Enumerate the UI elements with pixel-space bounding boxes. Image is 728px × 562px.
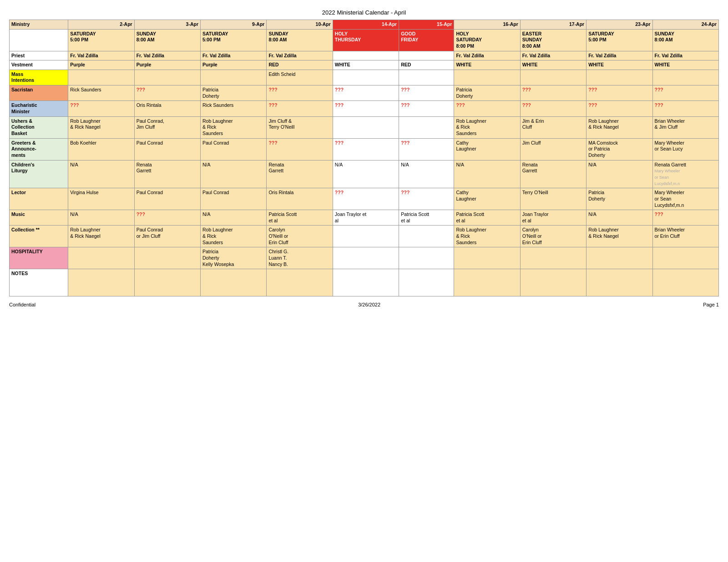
- col-header-9apr: 9-Apr: [201, 20, 267, 30]
- page-title: 2022 Ministerial Calendar - April: [9, 9, 719, 16]
- hospitality-23apr: [586, 247, 652, 269]
- notes-23apr: [586, 269, 652, 296]
- childrens-10apr: RenataGarrett: [267, 160, 333, 188]
- hospitality-24apr: [652, 247, 718, 269]
- service-15apr: GOODFRIDAY: [399, 29, 454, 51]
- lector-10apr: Oris Rintala: [267, 188, 333, 210]
- hospitality-15apr: [399, 247, 454, 269]
- priest-10apr: Fr. Val Zdilla: [267, 51, 333, 60]
- mass-16apr: [454, 70, 520, 85]
- eucharistic-2apr: ???: [68, 101, 134, 116]
- vestment-3apr: Purple: [134, 60, 200, 70]
- service-24apr: SUNDAY8:00 AM: [652, 29, 718, 51]
- greeters-15apr: ???: [399, 138, 454, 160]
- row-hospitality: HOSPITALITY PatriciaDohertyKelly Wosepka…: [10, 247, 719, 269]
- collection-24apr: Brian Wheeleror Erin Cluff: [652, 226, 718, 247]
- priest-15apr: [399, 51, 454, 60]
- ministry-label-hospitality: HOSPITALITY: [10, 247, 68, 269]
- lector-17apr: Terry O'Neill: [520, 188, 586, 210]
- ministry-label-mass: MassIntentions: [10, 70, 68, 85]
- priest-14apr: [333, 51, 399, 60]
- music-3apr: ???: [134, 210, 200, 226]
- collection-14apr: [333, 226, 399, 247]
- ushers-2apr: Rob Laughner& Rick Naegel: [68, 116, 134, 138]
- notes-17apr: [520, 269, 586, 296]
- col-header-2apr: 2-Apr: [68, 20, 134, 30]
- collection-23apr: Rob Laughner& Rick Naegel: [586, 226, 652, 247]
- priest-3apr: Fr. Val Zdilla: [134, 51, 200, 60]
- collection-16apr: Rob Laughner& RickSaunders: [454, 226, 520, 247]
- music-2apr: N/A: [68, 210, 134, 226]
- music-15apr: Patricia Scottet al: [399, 210, 454, 226]
- ministry-label-collection: Collection **: [10, 226, 68, 247]
- collection-15apr: [399, 226, 454, 247]
- sacristan-23apr: ???: [586, 85, 652, 101]
- greeters-3apr: Paul Conrad: [134, 138, 200, 160]
- sacristan-3apr: ???: [134, 85, 200, 101]
- service-14apr: HOLYTHURSDAY: [333, 29, 399, 51]
- childrens-15apr: N/A: [399, 160, 454, 188]
- lector-2apr: Virgina Hulse: [68, 188, 134, 210]
- row-collection: Collection ** Rob Laughner& Rick Naegel …: [10, 226, 719, 247]
- sacristan-2apr: Rick Saunders: [68, 85, 134, 101]
- collection-17apr: CarolynO'Neill orErin Cluff: [520, 226, 586, 247]
- col-header-16apr: 16-Apr: [454, 20, 520, 30]
- collection-3apr: Paul Conrador Jim Cluff: [134, 226, 200, 247]
- greeters-23apr: MA Comstockor PatriciaDoherty: [586, 138, 652, 160]
- vestment-2apr: Purple: [68, 60, 134, 70]
- ushers-16apr: Rob Laughner& RickSaunders: [454, 116, 520, 138]
- priest-9apr: Fr. Val Zdilla: [201, 51, 267, 60]
- sacristan-15apr: ???: [399, 85, 454, 101]
- ministry-label-vestment: Vestment: [10, 60, 68, 70]
- childrens-23apr: N/A: [586, 160, 652, 188]
- eucharistic-23apr: ???: [586, 101, 652, 116]
- col-header-23apr: 23-Apr: [586, 20, 652, 30]
- sacristan-14apr: ???: [333, 85, 399, 101]
- hospitality-10apr: Christl G.Luann T.Nancy B.: [267, 247, 333, 269]
- row-childrens: Children'sLiturgy N/A RenataGarrett N/A …: [10, 160, 719, 188]
- mass-10apr: Edith Scheid: [267, 70, 333, 85]
- collection-2apr: Rob Laughner& Rick Naegel: [68, 226, 134, 247]
- lector-9apr: Paul Conrad: [201, 188, 267, 210]
- priest-2apr: Fr. Val Zdilla: [68, 51, 134, 60]
- music-10apr: Patricia Scottet al: [267, 210, 333, 226]
- notes-2apr: [68, 269, 134, 296]
- service-2apr: SATURDAY5:00 PM: [68, 29, 134, 51]
- ministry-label-ushers: Ushers &CollectionBasket: [10, 116, 68, 138]
- mass-3apr: [134, 70, 200, 85]
- greeters-24apr: Mary Wheeleror Sean Lucy: [652, 138, 718, 160]
- ministry-label-sacristan: Sacristan: [10, 85, 68, 101]
- lector-16apr: CathyLaughner: [454, 188, 520, 210]
- row-mass-intentions: MassIntentions Edith Scheid: [10, 70, 719, 85]
- notes-16apr: [454, 269, 520, 296]
- row-ushers: Ushers &CollectionBasket Rob Laughner& R…: [10, 116, 719, 138]
- collection-9apr: Rob Laughner& RickSaunders: [201, 226, 267, 247]
- service-23apr: SATURDAY5:00 PM: [586, 29, 652, 51]
- vestment-24apr: WHITE: [652, 60, 718, 70]
- ministry-label-notes: NOTES: [10, 269, 68, 296]
- footer-confidential: Confidential: [9, 302, 35, 307]
- priest-16apr: Fr. Val Zdilla: [454, 51, 520, 60]
- sacristan-9apr: PatriciaDoherty: [201, 85, 267, 101]
- ushers-17apr: Jim & ErinCluff: [520, 116, 586, 138]
- lector-24apr: Mary Wheeleror SeanLucydsfxf,m.n: [652, 188, 718, 210]
- mass-15apr: [399, 70, 454, 85]
- ushers-9apr: Rob Laughner& RickSaunders: [201, 116, 267, 138]
- ministry-label-childrens: Children'sLiturgy: [10, 160, 68, 188]
- service-16apr: HOLYSATURDAY8:00 PM: [454, 29, 520, 51]
- ushers-15apr: [399, 116, 454, 138]
- hospitality-16apr: [454, 247, 520, 269]
- ushers-24apr: Brian Wheeler& Jim Cluff: [652, 116, 718, 138]
- mass-9apr: [201, 70, 267, 85]
- ushers-10apr: Jim Cluff &Terry O'Neill: [267, 116, 333, 138]
- eucharistic-17apr: ???: [520, 101, 586, 116]
- mass-14apr: [333, 70, 399, 85]
- hospitality-17apr: [520, 247, 586, 269]
- music-17apr: Joan Trayloret al: [520, 210, 586, 226]
- eucharistic-10apr: ???: [267, 101, 333, 116]
- lector-23apr: PatriciaDoherty: [586, 188, 652, 210]
- music-9apr: N/A: [201, 210, 267, 226]
- hospitality-14apr: [333, 247, 399, 269]
- collection-10apr: CarolynO'Neill orErin Cluff: [267, 226, 333, 247]
- ministry-label-music: Music: [10, 210, 68, 226]
